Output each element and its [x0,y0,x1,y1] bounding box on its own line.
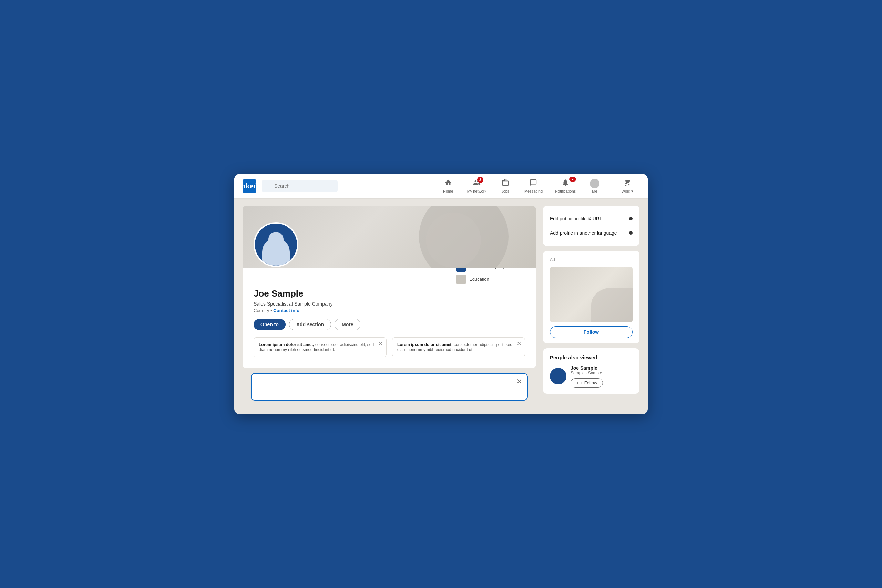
nav-divider [611,179,611,193]
ad-follow-button[interactable]: Follow [550,326,633,338]
notification-cards: ✕ Lorem ipsum dolor sit amet, consectetu… [254,337,525,357]
avatar-container [254,222,298,267]
ad-image [550,267,633,322]
nav-item-work[interactable]: Work ▾ [615,176,639,196]
left-column: Sample Company Sample Company Education [243,206,536,408]
notifications-icon: ● [562,179,569,188]
navbar: LinkedIn 🔍 Home 3 My network [234,174,648,199]
jobs-label: Jobs [501,189,509,193]
search-input[interactable] [262,180,338,192]
ad-more-button[interactable]: ··· [626,256,633,264]
ad-card: Ad ··· Follow [543,251,639,344]
edit-profile-dot [629,217,633,220]
nav-item-my-network[interactable]: 3 My network [462,176,492,196]
nav-items: Home 3 My network Jobs Messaging [436,176,639,196]
ad-header: Ad ··· [550,256,633,264]
add-language-label: Add profile in another language [550,230,617,236]
notif-card-1: ✕ Lorem ipsum dolor sit amet, consectetu… [392,337,525,357]
company-icon-2 [456,274,466,284]
profile-info: Joe Sample Sales Specialist at Sample Co… [243,284,536,368]
linkedin-logo[interactable]: LinkedIn [243,179,256,193]
profile-actions: Open to Add section More [254,319,525,330]
profile-title: Sales Specialist at Sample Company [254,301,525,307]
work-label: Work ▾ [621,189,634,194]
search-wrapper: 🔍 [262,180,338,192]
profile-card: Sample Company Sample Company Education [243,206,536,368]
avatar [254,222,298,267]
contact-info-link[interactable]: Contact info [273,308,299,313]
notifications-badge: ● [569,177,576,182]
me-label: Me [592,189,597,193]
nav-item-me[interactable]: Me [583,176,607,196]
nav-item-notifications[interactable]: ● Notifications [549,176,581,196]
bottom-section-card: ✕ [251,373,528,400]
main-content: Sample Company Sample Company Education [234,199,648,414]
pav-person-subtitle: Sample · Sample [570,370,603,375]
notif-close-0[interactable]: ✕ [378,340,383,347]
home-icon [444,179,452,188]
sidebar: Edit public profile & URL Add profile in… [543,206,639,408]
nav-item-messaging[interactable]: Messaging [519,176,548,196]
notif-bold-1: Lorem ipsum dolor sit amet, [397,342,453,347]
messaging-icon [530,179,537,188]
my-network-badge: 3 [477,177,483,183]
my-network-label: My network [467,189,486,193]
open-to-button[interactable]: Open to [254,319,286,330]
nav-item-home[interactable]: Home [436,176,460,196]
pav-person-name: Joe Sample [570,365,603,370]
avatar-body [262,238,290,266]
profile-location: Country • Contact info [254,308,525,313]
pav-follow-label: + Follow [580,380,597,386]
notifications-label: Notifications [555,189,576,193]
jobs-icon [502,179,509,188]
location-text: Country [254,308,269,313]
pav-avatar [550,368,566,384]
nav-item-jobs[interactable]: Jobs [494,176,518,196]
notif-close-1[interactable]: ✕ [517,340,521,347]
add-language-link[interactable]: Add profile in another language [550,226,633,240]
pav-follow-plus: + [576,380,579,386]
me-avatar [590,179,600,188]
pav-person-info: Joe Sample Sample · Sample + + Follow [570,365,603,387]
messaging-label: Messaging [524,189,543,193]
ad-image-shape [591,288,633,322]
my-network-icon: 3 [473,179,481,188]
notif-bold-0: Lorem ipsum dolor sit amet, [259,342,314,347]
work-icon [624,179,631,188]
cover-circle-small [426,213,481,268]
notif-card-0: ✕ Lorem ipsum dolor sit amet, consectetu… [254,337,387,357]
edit-public-profile-link[interactable]: Edit public profile & URL [550,212,633,226]
edit-profile-label: Edit public profile & URL [550,216,602,222]
pav-title: People also viewed [550,354,633,360]
pav-person: Joe Sample Sample · Sample + + Follow [550,365,633,387]
add-language-dot [629,231,633,235]
profile-links-card: Edit public profile & URL Add profile in… [543,206,639,246]
home-label: Home [443,189,453,193]
more-button[interactable]: More [334,319,360,330]
pav-follow-button[interactable]: + + Follow [570,378,603,387]
company-label-2: Education [469,277,489,282]
browser-window: LinkedIn 🔍 Home 3 My network [234,174,648,414]
bottom-close-button[interactable]: ✕ [516,377,522,386]
ad-label: Ad [550,257,555,262]
profile-name: Joe Sample [254,288,525,299]
add-section-button[interactable]: Add section [289,319,331,330]
people-also-viewed-card: People also viewed Joe Sample Sample · S… [543,348,639,394]
company-badge-2: Education [456,274,525,284]
